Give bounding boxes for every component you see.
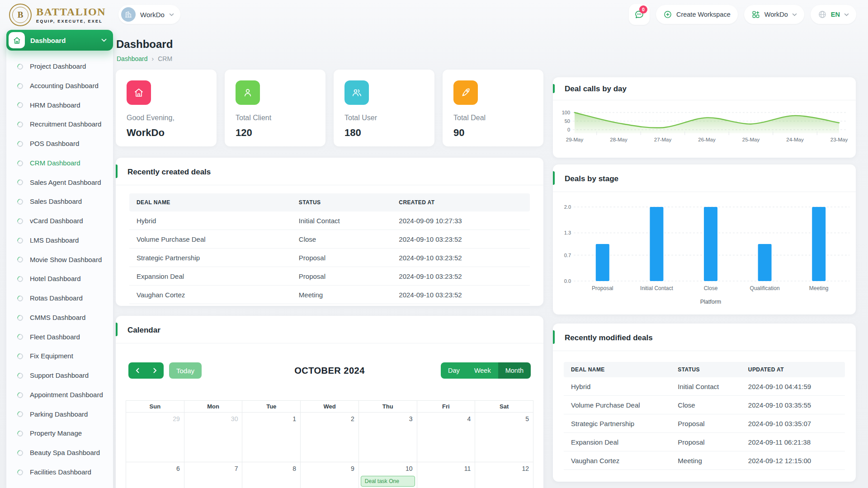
calendar-weekday-header: Sat	[475, 401, 533, 413]
calendar-day-cell[interactable]: 11	[417, 462, 476, 488]
calendar-day-cell[interactable]: 12	[475, 462, 533, 488]
calendar-today-button[interactable]: Today	[169, 362, 202, 379]
calendar-day-cell[interactable]: 2	[301, 413, 359, 462]
breadcrumb-separator: ›	[152, 55, 154, 62]
brand-logo[interactable]: B BATTALION EQUIP, EXECUTE, EXEL	[9, 4, 106, 26]
recently-modified-deals-panel: Recently modified deals DEAL NAME STATUS…	[553, 324, 856, 482]
bullet-icon	[16, 121, 24, 129]
calendar-next-button[interactable]	[146, 362, 164, 379]
calendar-day-cell[interactable]: 30	[184, 413, 243, 462]
create-workspace-button[interactable]: Create Workspace	[656, 5, 738, 24]
globe-icon	[818, 10, 827, 19]
calendar-weekday-header: Fri	[417, 401, 476, 413]
bullet-icon	[16, 275, 24, 283]
sidebar-item[interactable]: vCard Dashboard	[16, 211, 109, 231]
bullet-icon	[16, 352, 24, 361]
sidebar-item[interactable]: Rotas Dashboard	[16, 289, 109, 308]
svg-text:Close: Close	[704, 285, 718, 291]
bullet-icon	[16, 371, 24, 380]
bullet-icon	[16, 410, 24, 418]
calendar-day-cell[interactable]: 29	[126, 413, 184, 462]
table-row: Expansion Deal Proposal 2024-09-11 06:21…	[564, 433, 845, 451]
svg-text:100: 100	[562, 110, 570, 115]
sidebar-item[interactable]: Fix Equipment	[16, 347, 109, 366]
sidebar-item[interactable]: Recruitment Dashboard	[16, 115, 109, 134]
table-row: Hybrid Initial Contact 2024-09-10 04:41:…	[564, 377, 845, 396]
sidebar-item[interactable]: CMMS Dashboard	[16, 308, 109, 328]
sidebar-item[interactable]: HRM Dashboard	[16, 96, 109, 115]
sidebar-item[interactable]: Movie Show Dashboard	[16, 250, 109, 270]
svg-text:28-May: 28-May	[610, 137, 627, 142]
calendar-day-cell[interactable]: 8	[242, 462, 301, 488]
calendar-day-cell[interactable]: 3	[359, 413, 417, 462]
grid-plus-icon	[751, 10, 760, 19]
breadcrumb-dashboard-link[interactable]: Dashboard	[117, 55, 148, 62]
calendar-day-cell[interactable]: 9	[301, 462, 359, 488]
sidebar-item[interactable]: LMS Dashboard	[16, 231, 109, 250]
panel-title: Calendar	[116, 316, 543, 343]
svg-text:50: 50	[565, 118, 570, 124]
notification-badge: 0	[639, 5, 647, 14]
recently-created-deals-panel: Recently created deals DEAL NAME STATUS …	[116, 158, 543, 306]
sidebar-item[interactable]: POS Dashboard	[16, 134, 109, 154]
messages-button[interactable]: 0	[629, 4, 650, 25]
panel-title: Recently modified deals	[553, 324, 856, 351]
calendar-view-button[interactable]: Day	[441, 362, 467, 379]
calendar-date: 9	[351, 465, 354, 472]
calendar-prev-button[interactable]	[128, 362, 146, 379]
language-selector[interactable]: EN	[811, 5, 856, 24]
bullet-icon	[16, 468, 24, 476]
workspace-switcher[interactable]: WorkDo	[118, 5, 180, 24]
calendar-day-cell[interactable]: 4	[417, 413, 476, 462]
bullet-icon	[16, 256, 24, 264]
sidebar-item[interactable]: Beauty Spa Dashboard	[16, 443, 109, 463]
brand-tagline: EQUIP, EXECUTE, EXEL	[36, 19, 106, 23]
calendar-weekday-header: Sun	[126, 401, 184, 413]
sidebar-item[interactable]: Parking Dashboard	[16, 405, 109, 424]
stat-cards: Good Evening, WorkDo Total Client 120 To…	[116, 70, 543, 146]
calendar-day-cell[interactable]: 5	[475, 413, 533, 462]
calendar-day-cell[interactable]: 6	[126, 462, 184, 488]
calendar-nav	[128, 362, 164, 379]
calendar-day-cell[interactable]: 1	[242, 413, 301, 462]
calendar-grid: Sun Mon Tue Wed Thu Fri Sat 293012345678…	[126, 400, 533, 488]
sidebar-item[interactable]: Facilities Dashboard	[16, 463, 109, 482]
deal-calls-by-day-panel: Deal calls by day 10050029-May28-May27-M…	[553, 77, 856, 158]
page-title: Dashboard	[116, 38, 173, 51]
sidebar-item[interactable]: Sales Dashboard	[16, 192, 109, 211]
calendar-day-cell[interactable]: 7	[184, 462, 243, 488]
calendar-date: 4	[467, 415, 471, 422]
bullet-icon	[16, 198, 24, 206]
user-icon	[236, 80, 260, 105]
table-header-row: DEAL NAME STATUS UPDATED AT	[564, 362, 845, 377]
recently-created-table: DEAL NAME STATUS CREATED AT Hybrid Initi…	[129, 193, 530, 304]
svg-text:25-May: 25-May	[742, 137, 760, 142]
home-icon	[9, 32, 25, 48]
calendar-event[interactable]: Deal task One	[361, 476, 415, 487]
sidebar-item[interactable]: Sales Agent Dashboard	[16, 173, 109, 192]
sidebar-item[interactable]: Fleet Dashboard	[16, 328, 109, 347]
sidebar-item[interactable]: Appointment Dashboard	[16, 385, 109, 405]
bullet-icon	[16, 333, 24, 341]
calendar-date: 30	[231, 415, 238, 422]
calendar-view-button[interactable]: Month	[498, 362, 531, 379]
svg-text:0.7: 0.7	[564, 253, 571, 258]
rocket-icon	[453, 80, 478, 105]
svg-text:26-May: 26-May	[698, 137, 716, 142]
sidebar-item[interactable]: Hotel Dashboard	[16, 269, 109, 289]
sidebar-item[interactable]: Support Dashboard	[16, 366, 109, 385]
bullet-icon	[16, 62, 24, 70]
workspace-menu-button[interactable]: WorkDo	[744, 5, 804, 24]
card-value: 180	[344, 127, 424, 139]
bullet-icon	[16, 217, 24, 225]
sidebar-item[interactable]: Project Dashboard	[16, 57, 109, 76]
sidebar-dashboard-toggle[interactable]: Dashboard	[6, 30, 113, 51]
calendar-view-button[interactable]: Week	[467, 362, 498, 379]
sidebar-item[interactable]: CRM Dashboard	[16, 154, 109, 173]
calendar-day-cell[interactable]: 10Deal task One	[359, 462, 417, 488]
chevron-left-icon	[136, 368, 139, 373]
panel-title: Deal calls by day	[553, 77, 856, 100]
sidebar-item[interactable]: Property Manage	[16, 424, 109, 443]
calendar-date: 3	[409, 415, 413, 422]
sidebar-item[interactable]: Accounting Dashboard	[16, 76, 109, 96]
